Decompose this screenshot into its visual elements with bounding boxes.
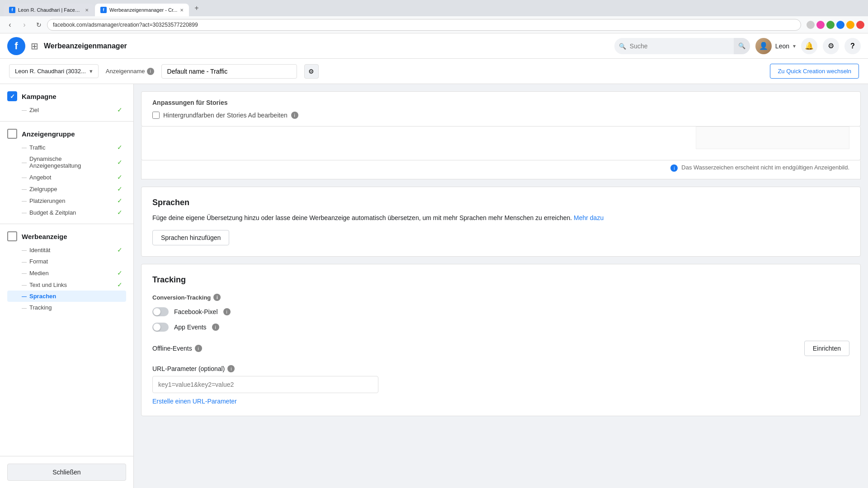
add-language-btn[interactable]: Sprachen hinzufügen — [152, 230, 229, 245]
grid-icon[interactable]: ⊞ — [31, 41, 38, 52]
tab-favicon-2: f — [100, 7, 107, 13]
sidebar-section-werbeanzeige: Werbeanzeige — Identität ✓ — Format — Me… — [0, 226, 133, 317]
sidebar-item-dynamische[interactable]: — Dynamische Anzeigengestaltung ✓ — [7, 153, 126, 171]
notifications-btn[interactable]: 🔔 — [801, 38, 817, 54]
new-tab-btn[interactable]: + — [190, 2, 203, 14]
info-icon-appevents[interactable]: i — [212, 324, 219, 331]
sidebar: ✓ Kampagne — Ziel ✓ Anzeigengruppe — Tra… — [0, 84, 134, 488]
dash-icon-5: — — [22, 186, 27, 192]
info-icon-offline[interactable]: i — [195, 345, 202, 352]
dash-icon-7: — — [22, 210, 27, 215]
sidebar-label-budget: Budget & Zeitplan — [29, 209, 76, 216]
chevron-down-icon-2: ▾ — [90, 68, 93, 75]
sidebar-item-traffic[interactable]: — Traffic ✓ — [7, 141, 126, 153]
watermark-note-text: Das Wasserzeichen erscheint nicht im end… — [681, 164, 849, 171]
url-param-label: URL-Parameter (optional) i — [152, 365, 849, 372]
sidebar-item-text[interactable]: — Text und Links ✓ — [7, 279, 126, 291]
sprachen-card: Sprachen Füge deine eigene Übersetzung h… — [141, 187, 861, 257]
search-icon: 🔍 — [619, 42, 626, 49]
werbeanzeige-header: Werbeanzeige — [7, 231, 126, 241]
sidebar-item-zielgruppe[interactable]: — Zielgruppe ✓ — [7, 183, 126, 195]
tab-close-2[interactable]: ✕ — [180, 8, 184, 13]
preview-placeholder — [696, 127, 849, 149]
sprachen-description: Füge deine eigene Übersetzung hinzu oder… — [152, 213, 849, 223]
help-btn[interactable]: ? — [844, 38, 861, 54]
mehr-dazu-link[interactable]: Mehr dazu — [574, 214, 604, 221]
ad-name-label: Anzeigenname i — [106, 68, 154, 75]
sidebar-label-zielgruppe: Zielgruppe — [29, 186, 57, 192]
chevron-down-icon[interactable]: ▾ — [793, 43, 796, 49]
info-icon-conversion[interactable]: i — [213, 294, 221, 301]
check-icon: ✓ — [117, 106, 123, 113]
kampagne-checkbox[interactable]: ✓ — [7, 91, 17, 101]
tracking-card: Tracking Conversion-Tracking i Facebook-… — [141, 264, 861, 416]
conversion-tracking-label: Conversion-Tracking i — [152, 294, 849, 301]
nav-forward[interactable]: › — [18, 19, 31, 31]
checkbox-row: Hintergrundfarben der Stories Ad bearbei… — [152, 112, 849, 119]
offline-events-row: Offline-Events i Einrichten — [152, 341, 849, 356]
ad-name-input[interactable] — [161, 64, 297, 79]
search-input[interactable] — [614, 38, 750, 54]
search-submit[interactable]: 🔍 — [734, 38, 750, 54]
account-selector[interactable]: Leon R. Chaudhari (3032... ▾ — [9, 64, 99, 78]
tracking-title: Tracking — [152, 275, 849, 285]
browser-icon-2 — [816, 21, 825, 29]
ad-name-settings[interactable]: ⚙ — [304, 64, 319, 79]
app-events-toggle[interactable] — [152, 323, 169, 332]
check-icon-9: ✓ — [117, 269, 123, 277]
sidebar-item-sprachen[interactable]: — Sprachen — [7, 291, 126, 302]
info-icon-stories[interactable]: i — [291, 112, 298, 119]
sidebar-label-medien: Medien — [29, 270, 49, 277]
browser-chrome: f Leon R. Chaudhari | Facebook ✕ f Werbe… — [0, 0, 868, 16]
create-url-link[interactable]: Erstelle einen URL-Parameter — [152, 398, 237, 405]
sidebar-item-angebot[interactable]: — Angebot ✓ — [7, 171, 126, 183]
browser-tab-fb[interactable]: f Leon R. Chaudhari | Facebook ✕ — [4, 4, 94, 16]
browser-tab-werbung[interactable]: f Werbeanzeigenmanager - Cr... ✕ — [95, 4, 189, 16]
info-icon-adname[interactable]: i — [147, 68, 154, 75]
info-icon-pixel[interactable]: i — [223, 308, 231, 315]
sidebar-bottom: Schließen — [0, 456, 133, 488]
close-btn[interactable]: Schließen — [7, 464, 126, 481]
check-icon-2: ✓ — [117, 144, 123, 151]
browser-tabs: f Leon R. Chaudhari | Facebook ✕ f Werbe… — [4, 0, 203, 16]
offline-events-label: Offline-Events i — [152, 345, 804, 352]
sidebar-item-format[interactable]: — Format — [7, 256, 126, 267]
browser-icon-6 — [856, 21, 864, 29]
tab-title-2: Werbeanzeigenmanager - Cr... — [109, 7, 177, 13]
sidebar-item-ziel[interactable]: — Ziel ✓ — [7, 104, 126, 116]
browser-toolbar: ‹ › ↻ facebook.com/adsmanager/creation?a… — [0, 16, 868, 33]
sidebar-item-medien[interactable]: — Medien ✓ — [7, 267, 126, 279]
info-icon-url[interactable]: i — [227, 365, 235, 372]
quick-create-btn[interactable]: Zu Quick Creation wechseln — [770, 64, 859, 79]
stories-checkbox[interactable] — [152, 112, 160, 119]
sidebar-label-traffic: Traffic — [29, 144, 45, 151]
check-icon-6: ✓ — [117, 197, 123, 204]
dash-icon-6: — — [22, 198, 27, 203]
tab-close[interactable]: ✕ — [85, 8, 89, 13]
browser-icons — [803, 21, 864, 29]
facebook-pixel-label: Facebook-Pixel — [174, 308, 218, 315]
stories-card: Anpassungen für Stories Hintergrundfarbe… — [141, 91, 861, 127]
header-search: 🔍 🔍 — [614, 38, 750, 54]
sidebar-item-identitaet[interactable]: — Identität ✓ — [7, 244, 126, 256]
facebook-pixel-toggle[interactable] — [152, 307, 169, 316]
sidebar-section-anzeigengruppe: Anzeigengruppe — Traffic ✓ — Dynamische … — [0, 123, 133, 222]
kampagne-header: ✓ Kampagne — [7, 91, 126, 101]
nav-back[interactable]: ‹ — [4, 19, 16, 31]
nav-refresh[interactable]: ↻ — [33, 19, 45, 31]
sidebar-item-platzierungen[interactable]: — Platzierungen ✓ — [7, 195, 126, 206]
einrichten-btn[interactable]: Einrichten — [804, 341, 849, 356]
check-icon-5: ✓ — [117, 185, 123, 192]
sidebar-label-tracking: Tracking — [29, 304, 52, 311]
address-bar[interactable]: facebook.com/adsmanager/creation?act=303… — [47, 19, 801, 31]
app-header: f ⊞ Werbeanzeigenmanager 🔍 🔍 👤 Leon ▾ 🔔 … — [0, 33, 868, 59]
settings-btn[interactable]: ⚙ — [823, 38, 839, 54]
dash-icon-3: — — [22, 160, 27, 165]
user-name: Leon — [775, 42, 789, 50]
anzeigengruppe-icon — [7, 129, 17, 139]
sidebar-item-budget[interactable]: — Budget & Zeitplan ✓ — [7, 206, 126, 218]
url-param-input[interactable] — [152, 376, 378, 393]
sidebar-item-tracking[interactable]: — Tracking — [7, 302, 126, 313]
dash-icon-11: — — [22, 282, 27, 287]
content: Anpassungen für Stories Hintergrundfarbe… — [134, 84, 868, 488]
